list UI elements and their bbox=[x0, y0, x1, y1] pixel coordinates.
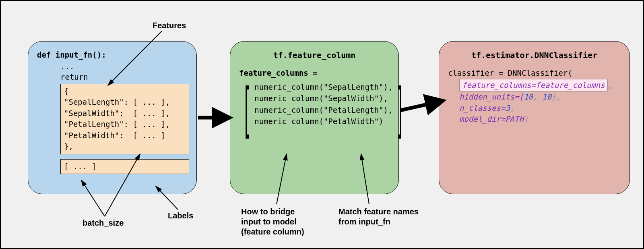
bracket-open-icon: [ bbox=[242, 82, 252, 147]
panel3-title: tf.estimator.DNNClassifier bbox=[448, 50, 621, 61]
model-dir-line: model_dir=PATH) bbox=[459, 114, 621, 125]
feature-columns-arg: feature_columns=feature_columns bbox=[459, 79, 608, 92]
dict-close: }, bbox=[64, 141, 186, 152]
n-classes-line: n_classes=3, bbox=[459, 103, 621, 114]
code-return: return bbox=[60, 72, 188, 83]
flow-arrow-2 bbox=[400, 102, 440, 110]
feature-row: "SepalWidth": [ ... ], bbox=[64, 108, 186, 119]
label-match: Match feature names from input_fn bbox=[339, 207, 419, 227]
labels-content: [ ... ] bbox=[64, 162, 96, 171]
label-features: Features bbox=[153, 21, 186, 30]
panel2-title: tf.feature_column bbox=[239, 50, 390, 61]
panel-input-fn: def input_fn(): ... return { "SepalLengt… bbox=[28, 41, 197, 194]
labels-box: [ ... ] bbox=[60, 159, 189, 174]
fc-bracket-row: [ numeric_column("SepalLength"), numeric… bbox=[239, 79, 390, 127]
fc-assign: feature_columns = bbox=[239, 68, 390, 79]
label-bridge: How to bridge input to model (feature co… bbox=[241, 207, 304, 237]
panel-feature-column: tf.feature_column feature_columns = [ nu… bbox=[230, 41, 399, 194]
classifier-line: classifier = DNNClassifier( bbox=[448, 68, 621, 79]
panel-dnn-classifier: tf.estimator.DNNClassifier classifier = … bbox=[439, 41, 630, 194]
diagram-canvas: def input_fn(): ... return { "SepalLengt… bbox=[0, 0, 644, 249]
label-batch-size: batch_size bbox=[83, 218, 124, 228]
feature-row: "PetalLength": [ ... ], bbox=[64, 119, 186, 130]
feature-row: "SepalLength": [ ... ], bbox=[64, 97, 186, 108]
label-labels: Labels bbox=[168, 211, 193, 220]
dict-open: { bbox=[64, 86, 186, 97]
feature-row: "PetalWidth": [ ... ] bbox=[64, 130, 186, 141]
hidden-units-line: hidden_units=[10, 10], bbox=[459, 91, 621, 103]
code-def: def input_fn(): bbox=[37, 50, 106, 59]
fc-line: numeric_column("SepalLength"), bbox=[254, 81, 392, 93]
features-dict-box: { "SepalLength": [ ... ], "SepalWidth": … bbox=[60, 84, 189, 154]
fc-line: numeric_column("PetalWidth") bbox=[254, 116, 392, 127]
code-ellipsis: ... bbox=[60, 61, 188, 72]
fc-line: numeric_column("PetalLength"), bbox=[254, 104, 392, 116]
fc-line: numeric_column("SepalWidth"), bbox=[254, 93, 392, 104]
bracket-close-icon: ] bbox=[396, 82, 405, 147]
